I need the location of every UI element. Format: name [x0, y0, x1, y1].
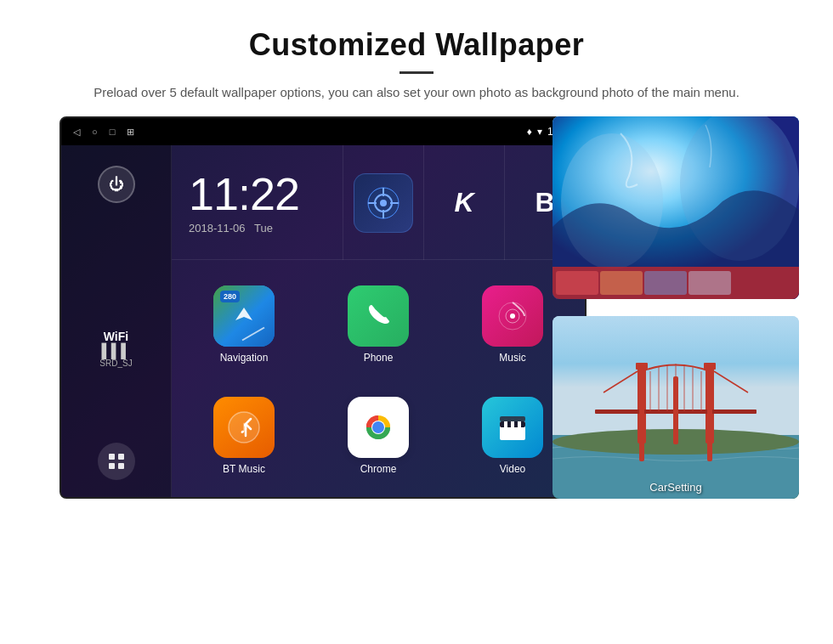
app-chrome[interactable]: Chrome — [313, 382, 444, 491]
chrome-icon — [348, 397, 409, 458]
thumbnails-strip — [552, 267, 799, 299]
svg-rect-25 — [500, 416, 525, 421]
navigation-icon: 280 — [213, 285, 275, 347]
svg-rect-22 — [504, 421, 507, 427]
device-content: ⏻ WiFi ▌▌▌ SRD_SJ — [61, 145, 585, 499]
phone-icon — [348, 285, 409, 347]
ice-cave-overlay[interactable] — [552, 116, 799, 299]
music-label: Music — [499, 352, 525, 364]
svg-rect-32 — [638, 367, 646, 443]
apps-button[interactable] — [98, 443, 135, 480]
screenshot-icon[interactable]: ⊞ — [127, 127, 134, 138]
thumb-3[interactable] — [644, 271, 687, 295]
title-divider — [400, 71, 434, 74]
svg-rect-0 — [109, 454, 115, 460]
thumb-4[interactable] — [688, 271, 731, 295]
location-icon: ♦ — [527, 126, 532, 138]
svg-point-6 — [380, 200, 387, 206]
svg-rect-2 — [109, 463, 115, 469]
app-phone[interactable]: Phone — [313, 270, 444, 379]
page-subtitle: Preload over 5 default wallpaper options… — [68, 82, 765, 103]
wifi-label: WiFi — [99, 330, 132, 343]
thumb-1[interactable] — [556, 271, 598, 295]
signal-icon — [354, 173, 413, 233]
recents-icon[interactable]: □ — [110, 127, 116, 137]
video-icon — [482, 397, 543, 458]
svg-rect-24 — [518, 421, 521, 427]
golden-gate-image — [552, 316, 799, 499]
carsetting-label: CarSetting — [552, 481, 799, 494]
app-btmusic[interactable]: ♪ BT Music — [178, 382, 309, 491]
svg-point-31 — [552, 429, 799, 455]
app-navigation[interactable]: 280 Navigation — [178, 270, 309, 379]
wifi-status-icon: ▾ — [537, 126, 542, 138]
ki-label: K — [454, 187, 473, 218]
svg-point-13 — [510, 314, 515, 319]
video-label: Video — [500, 463, 525, 475]
nav-badge: 280 — [220, 291, 240, 302]
music-icon — [482, 285, 543, 347]
sidebar-top: ⏻ — [98, 166, 135, 203]
status-left: ◁ ○ □ ⊞ — [73, 127, 134, 138]
main-area: ◁ ○ □ ⊞ ♦ ▾ 11:22 ⏻ WiFi ▌▌▌ SRD_ — [34, 116, 799, 533]
time-section: 11:22 2018-11-06 Tue — [172, 145, 343, 259]
thumb-2[interactable] — [600, 271, 643, 295]
svg-rect-34 — [595, 410, 756, 414]
wifi-ssid: SRD_SJ — [99, 359, 132, 368]
wifi-bars-icon: ▌▌▌ — [99, 343, 132, 359]
app-grid: 280 Navigation — [172, 260, 585, 499]
wifi-app-tile[interactable] — [343, 145, 423, 260]
btmusic-icon: ♪ — [213, 397, 275, 458]
sidebar: ⏻ WiFi ▌▌▌ SRD_SJ — [61, 145, 172, 499]
top-row: 11:22 2018-11-06 Tue — [172, 145, 585, 260]
home-icon[interactable]: ○ — [92, 127, 98, 137]
navigation-label: Navigation — [220, 352, 269, 364]
btmusic-label: BT Music — [223, 463, 265, 475]
carsetting-overlay[interactable]: CarSetting — [552, 316, 799, 499]
back-icon[interactable]: ◁ — [73, 127, 80, 138]
svg-point-19 — [372, 421, 384, 433]
svg-rect-1 — [118, 454, 124, 460]
svg-rect-3 — [118, 463, 124, 469]
power-button[interactable]: ⏻ — [98, 166, 135, 203]
chrome-label: Chrome — [360, 463, 397, 475]
svg-rect-35 — [636, 363, 648, 370]
wifi-info: WiFi ▌▌▌ SRD_SJ — [99, 330, 132, 368]
clock-time: 11:22 — [189, 171, 326, 217]
svg-rect-23 — [511, 421, 514, 427]
ki-app-tile[interactable]: K — [423, 145, 504, 260]
header-section: Customized Wallpaper Preload over 5 defa… — [0, 0, 833, 116]
svg-rect-36 — [704, 363, 716, 370]
phone-label: Phone — [364, 352, 394, 364]
status-bar: ◁ ○ □ ⊞ ♦ ▾ 11:22 — [61, 118, 585, 145]
device-frame: ◁ ○ □ ⊞ ♦ ▾ 11:22 ⏻ WiFi ▌▌▌ SRD_ — [60, 116, 586, 499]
svg-rect-33 — [706, 367, 714, 443]
clock-date: 2018-11-06 Tue — [189, 222, 326, 234]
main-content: 11:22 2018-11-06 Tue — [172, 145, 585, 499]
svg-rect-29 — [552, 316, 799, 435]
overlay-images: CarSetting — [552, 116, 799, 499]
page-title: Customized Wallpaper — [68, 27, 765, 63]
